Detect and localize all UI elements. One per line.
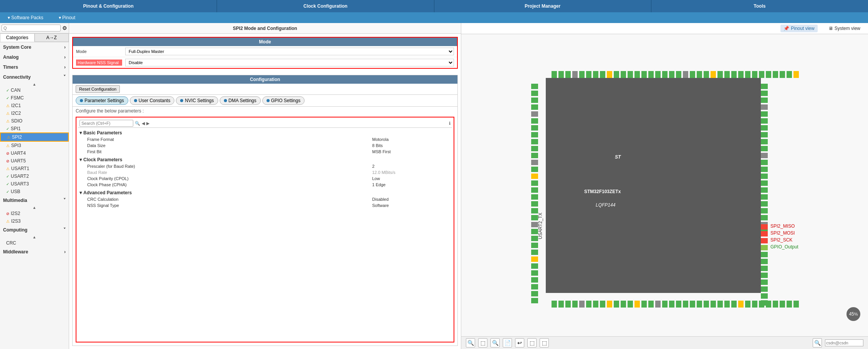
- chevron-down-icon: ˅: [63, 198, 66, 203]
- nav-software-packs[interactable]: ▾ Software Packs: [0, 12, 51, 23]
- nav-pinout-config[interactable]: Pinout & Configuration: [0, 0, 217, 12]
- svg-rect-111: [761, 132, 768, 137]
- warning-icon: ⚠: [6, 167, 10, 171]
- svg-rect-117: [761, 174, 768, 179]
- undo-button[interactable]: ↩: [515, 338, 524, 347]
- param-value-first-bit: MSB First: [372, 149, 449, 154]
- sidebar-item-spi3[interactable]: ⚠ SPI3: [0, 142, 69, 149]
- svg-rect-82: [531, 153, 538, 158]
- sidebar-item-usart1[interactable]: ⚠ USART1: [0, 165, 69, 172]
- sidebar-item-i2s3[interactable]: ⚠ I2S3: [0, 217, 69, 225]
- svg-rect-39: [572, 301, 578, 308]
- multimedia-header[interactable]: Multimedia ˅: [0, 195, 69, 205]
- svg-rect-42: [593, 301, 598, 308]
- svg-rect-93: [531, 229, 538, 234]
- analog-header[interactable]: Analog ›: [0, 52, 69, 62]
- svg-rect-7: [600, 71, 605, 78]
- clock-params-header[interactable]: ▾ Clock Parameters: [78, 156, 452, 163]
- svg-rect-104: [761, 84, 768, 89]
- view-tab-bar: 📌 Pinout view 🖥 System view: [461, 23, 868, 34]
- sidebar-item-i2s2[interactable]: ⊘ I2S2: [0, 210, 69, 217]
- reset-config-button[interactable]: Reset Configuration: [76, 85, 120, 93]
- nav-tools[interactable]: Tools: [651, 0, 868, 12]
- nss-select[interactable]: Disable: [125, 59, 454, 66]
- chip-search-input[interactable]: [825, 339, 863, 346]
- nav-pinout[interactable]: ▾ Pinout: [51, 12, 83, 23]
- svg-rect-26: [731, 71, 737, 78]
- timers-header[interactable]: Timers ›: [0, 62, 69, 72]
- warning-icon: ⚠: [6, 219, 10, 223]
- sidebar-item-spi1[interactable]: ✓ SPI1: [0, 125, 69, 132]
- info-icon: ℹ: [449, 121, 451, 126]
- advanced-params-header[interactable]: ▾ Advanced Parameters: [78, 189, 452, 196]
- middleware-header[interactable]: Middleware ›: [0, 247, 69, 257]
- sidebar-item-usb[interactable]: ✓ USB: [0, 188, 69, 195]
- search-icon[interactable]: 🔍: [135, 121, 140, 126]
- svg-rect-38: [565, 301, 571, 308]
- gear-icon[interactable]: ⚙: [62, 25, 67, 31]
- svg-rect-12: [634, 71, 640, 78]
- svg-rect-109: [761, 118, 768, 124]
- sidebar-item-sdio[interactable]: ⚠ SDIO: [0, 117, 69, 125]
- sidebar-item-i2c1[interactable]: ⚠ I2C1: [0, 102, 69, 109]
- connectivity-header[interactable]: Connectivity ˅: [0, 72, 69, 82]
- svg-rect-91: [531, 215, 538, 220]
- tab-az[interactable]: A→Z: [35, 33, 69, 42]
- scroll-up-btn[interactable]: ▲: [0, 82, 69, 86]
- tab-categories[interactable]: Categories: [0, 33, 35, 42]
- system-core-header[interactable]: System Core ›: [0, 42, 69, 52]
- svg-rect-57: [697, 301, 702, 308]
- sidebar-item-uart4[interactable]: ⊘ UART4: [0, 149, 69, 157]
- scroll-up-btn2[interactable]: ▲: [0, 205, 69, 210]
- param-value-data-size: 8 Bits: [372, 143, 449, 148]
- sidebar-item-fsmc[interactable]: ✓ FSMC: [0, 94, 69, 102]
- sidebar-item-can[interactable]: ✓ CAN: [0, 86, 69, 94]
- nav-project-manager[interactable]: Project Manager: [434, 0, 651, 12]
- sidebar-item-usart3[interactable]: ✓ USART3: [0, 180, 69, 188]
- basic-params-header[interactable]: ▾ Basic Parameters: [78, 129, 452, 136]
- next-icon[interactable]: ▶: [146, 121, 149, 126]
- svg-rect-127: [761, 231, 768, 237]
- sidebar-item-spi2[interactable]: ⚠ SPI2: [0, 132, 69, 142]
- param-value-crc-calc: Disabled: [372, 197, 449, 202]
- tab-system-view[interactable]: 🖥 System view: [825, 25, 863, 32]
- mode-select[interactable]: Full-Duplex Master: [125, 48, 454, 55]
- scroll-up-btn3[interactable]: ▲: [0, 235, 69, 239]
- computing-header[interactable]: Computing ˅: [0, 225, 69, 235]
- svg-rect-27: [738, 71, 744, 78]
- params-search-input[interactable]: [80, 120, 133, 127]
- left-pins: [531, 84, 538, 303]
- copy-button[interactable]: 📄: [503, 338, 512, 347]
- svg-rect-103: [531, 298, 538, 303]
- sidebar-item-uart5[interactable]: ⊘ UART5: [0, 157, 69, 165]
- svg-rect-11: [628, 71, 633, 78]
- grid-button[interactable]: ⬚: [527, 338, 537, 347]
- svg-rect-101: [531, 284, 538, 289]
- tab-dma-settings[interactable]: DMA Settings: [220, 96, 261, 105]
- tab-parameter-settings[interactable]: Parameter Settings: [76, 96, 128, 105]
- nav-clock-config[interactable]: Clock Configuration: [217, 0, 434, 12]
- zoom-in-button[interactable]: 🔍: [466, 338, 475, 347]
- sidebar-search-input[interactable]: [2, 25, 61, 31]
- tab-pinout-view[interactable]: 📌 Pinout view: [780, 25, 817, 32]
- search-chip-button[interactable]: 🔍: [813, 338, 822, 347]
- layout-button[interactable]: ⬚: [540, 338, 549, 347]
- previous-icon[interactable]: ◀: [142, 121, 145, 126]
- svg-rect-54: [676, 301, 681, 308]
- param-row-cpol: Clock Polarity (CPOL) Low: [78, 175, 452, 182]
- svg-rect-55: [683, 301, 688, 308]
- spi2-sck-label: SPI2_SCK: [770, 237, 792, 243]
- sidebar-item-i2c2[interactable]: ⚠ I2C2: [0, 109, 69, 117]
- tab-user-constants[interactable]: User Constants: [130, 96, 175, 105]
- tab-gpio-settings[interactable]: GPIO Settings: [262, 96, 305, 105]
- param-row-crc-calc: CRC Calculation Disabled: [78, 196, 452, 202]
- svg-rect-137: [761, 300, 768, 306]
- sidebar-item-usart2[interactable]: ✓ USART2: [0, 172, 69, 180]
- zoom-out-button[interactable]: 🔍: [490, 338, 500, 347]
- section-middleware: Middleware ›: [0, 247, 69, 257]
- disabled-icon: ⊘: [6, 151, 9, 155]
- fit-view-button[interactable]: ⬚: [478, 338, 487, 347]
- param-name-cpol: Clock Polarity (CPOL): [87, 176, 372, 181]
- tab-nvic-settings[interactable]: NVIC Settings: [176, 96, 218, 105]
- sidebar-item-crc[interactable]: CRC: [0, 239, 69, 247]
